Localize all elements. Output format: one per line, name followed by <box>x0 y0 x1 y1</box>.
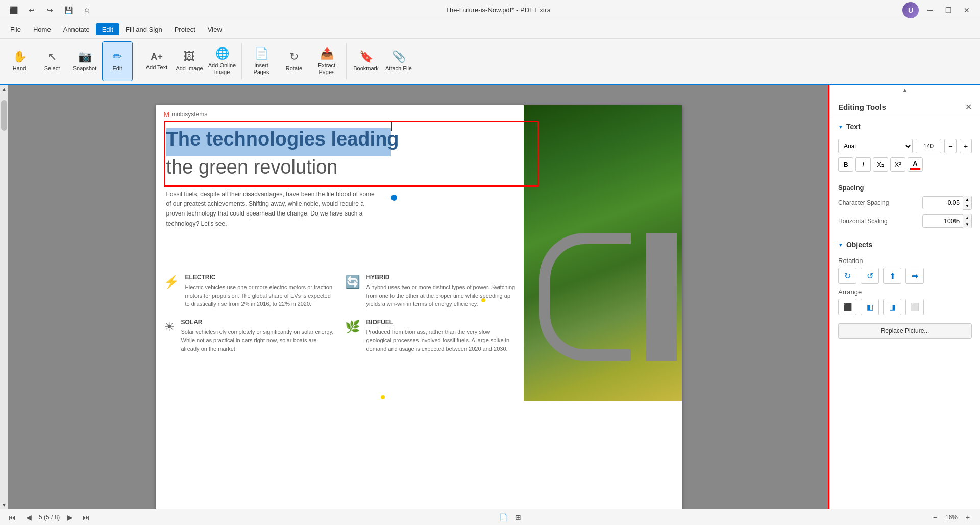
add-image-icon: 🖼 <box>184 50 195 63</box>
minimize-button[interactable]: ─ <box>923 3 937 17</box>
menu-bar: File Home Annotate Edit Fill and Sign Pr… <box>0 20 980 39</box>
rotate-icon: ↻ <box>289 50 299 63</box>
italic-button[interactable]: I <box>855 157 871 172</box>
feature-electric: ⚡ ELECTRIC Electric vehicles use one or … <box>164 274 335 308</box>
title-text: The-Future-is-Now.pdf* - PDF Extra <box>446 6 551 14</box>
main-area: ▲ ▼ M mobisystems The technologies leadi… <box>0 85 980 509</box>
body-text[interactable]: Fossil fuels, despite all their disadvan… <box>166 189 378 229</box>
bring-to-front-button[interactable]: ⬛ <box>838 299 856 315</box>
logo-icon: M <box>164 110 170 118</box>
menu-annotate[interactable]: Annotate <box>57 23 96 35</box>
character-spacing-spin: ▲ ▼ <box>963 196 972 210</box>
ribbon-edit[interactable]: ✏ Edit <box>102 41 133 81</box>
hybrid-text: A hybrid uses two or more distinct types… <box>366 283 516 308</box>
ribbon-extract-pages[interactable]: 📤 Extract Pages <box>311 41 342 81</box>
resize-handle[interactable] <box>391 195 397 201</box>
rotation-label: Rotation <box>838 257 972 265</box>
menu-home[interactable]: Home <box>27 23 57 35</box>
biofuel-text: Produced from biomass, rather than the v… <box>366 328 516 353</box>
app-icon-button[interactable]: ⬛ <box>6 3 20 17</box>
character-spacing-input-wrap: ▲ ▼ <box>922 196 972 210</box>
bold-button[interactable]: B <box>838 157 853 172</box>
character-spacing-up[interactable]: ▲ <box>963 196 971 203</box>
rotate-ccw-button[interactable]: ↺ <box>861 268 879 284</box>
zoom-out-button[interactable]: − <box>929 511 941 523</box>
vertical-scrollbar[interactable]: ▲ ▼ <box>0 85 8 509</box>
character-spacing-input[interactable] <box>922 196 963 209</box>
font-size-input[interactable] <box>916 139 941 153</box>
bring-forward-button[interactable]: ◧ <box>861 299 879 315</box>
rotate-label: Rotate <box>286 65 302 72</box>
objects-chevron-icon: ▼ <box>838 242 843 248</box>
first-page-button[interactable]: ⏮ <box>6 511 18 523</box>
font-size-increase-button[interactable]: + <box>960 139 972 153</box>
panel-scroll-up[interactable]: ▲ <box>830 85 980 96</box>
logo-text: mobisystems <box>172 111 207 118</box>
ribbon-divider-3 <box>346 43 347 79</box>
menu-file[interactable]: File <box>4 23 27 35</box>
ribbon-add-online-image[interactable]: 🌐 Add Online Image <box>207 41 237 81</box>
redo-button[interactable]: ↪ <box>43 3 57 17</box>
share-button[interactable]: ⎙ <box>80 3 94 17</box>
ribbon-divider-2 <box>241 43 242 79</box>
send-to-back-button[interactable]: ⬜ <box>905 299 924 315</box>
arrange-label: Arrange <box>838 288 972 296</box>
heading-line1[interactable]: The technologies leading <box>166 128 399 150</box>
horizontal-scaling-down[interactable]: ▼ <box>963 221 971 228</box>
menu-view[interactable]: View <box>202 23 228 35</box>
arrange-row: ⬛ ◧ ◨ ⬜ <box>838 299 972 315</box>
ribbon-add-text[interactable]: A+ Add Text <box>141 41 172 81</box>
ribbon-add-image[interactable]: 🖼 Add Image <box>174 41 205 81</box>
save-button[interactable]: 💾 <box>61 3 76 17</box>
status-doc-button[interactable]: 📄 <box>498 511 510 523</box>
send-backward-button[interactable]: ◨ <box>883 299 901 315</box>
character-spacing-row: Character Spacing ▲ ▼ <box>838 196 972 210</box>
font-size-decrease-button[interactable]: − <box>944 139 957 153</box>
horizontal-scaling-up[interactable]: ▲ <box>963 214 971 221</box>
next-page-button[interactable]: ▶ <box>64 511 76 523</box>
font-name-select[interactable]: Arial <box>838 139 913 153</box>
superscript-button[interactable]: X² <box>890 157 905 172</box>
ribbon-insert-pages[interactable]: 📄 Insert Pages <box>246 41 277 81</box>
scroll-thumb[interactable] <box>1 100 7 131</box>
status-layout-button[interactable]: ⊞ <box>512 511 524 523</box>
status-center: 📄 ⊞ <box>498 511 524 523</box>
last-page-button[interactable]: ⏭ <box>80 511 92 523</box>
rotate-cw-button[interactable]: ↻ <box>838 268 856 284</box>
status-right: − 16% + <box>929 511 974 523</box>
subscript-button[interactable]: X₂ <box>873 157 888 172</box>
flip-horizontal-button[interactable]: ➡ <box>905 268 924 284</box>
avatar[interactable]: U <box>902 2 919 18</box>
road-element <box>539 233 631 361</box>
zoom-in-button[interactable]: + <box>962 511 974 523</box>
restore-button[interactable]: ❐ <box>941 3 955 17</box>
pdf-page: M mobisystems The technologies leading t… <box>156 105 682 509</box>
scroll-down-arrow[interactable]: ▼ <box>0 500 8 509</box>
ribbon-bookmark[interactable]: 🔖 Bookmark <box>351 41 381 81</box>
hybrid-icon: 🔄 <box>345 275 360 289</box>
panel-close-button[interactable]: ✕ <box>965 102 972 112</box>
character-spacing-down[interactable]: ▼ <box>963 203 971 209</box>
undo-button[interactable]: ↩ <box>24 3 39 17</box>
menu-edit[interactable]: Edit <box>96 23 119 35</box>
ribbon-select[interactable]: ↖ Select <box>37 41 67 81</box>
objects-section-header[interactable]: ▼ Objects <box>830 236 980 253</box>
ribbon-attach-file[interactable]: 📎 Attach File <box>383 41 414 81</box>
scroll-up-arrow[interactable]: ▲ <box>0 85 8 93</box>
spacing-label: Spacing <box>838 184 972 192</box>
flip-vertical-button[interactable]: ⬆ <box>883 268 901 284</box>
ribbon-snapshot[interactable]: 📷 Snapshot <box>69 41 100 81</box>
color-underline <box>910 168 920 170</box>
heading-line2[interactable]: the green revolution <box>166 156 338 178</box>
ribbon-hand[interactable]: ✋ Hand <box>4 41 35 81</box>
road-straight <box>646 233 677 361</box>
menu-protect[interactable]: Protect <box>168 23 202 35</box>
replace-picture-button[interactable]: Replace Picture... <box>838 323 972 339</box>
ribbon-rotate[interactable]: ↻ Rotate <box>279 41 309 81</box>
close-button[interactable]: ✕ <box>960 3 974 17</box>
prev-page-button[interactable]: ◀ <box>22 511 35 523</box>
menu-fill-sign[interactable]: Fill and Sign <box>119 23 168 35</box>
text-color-button[interactable]: A <box>908 157 923 172</box>
text-section-header[interactable]: ▼ Text <box>830 118 980 135</box>
horizontal-scaling-input[interactable] <box>922 214 963 228</box>
